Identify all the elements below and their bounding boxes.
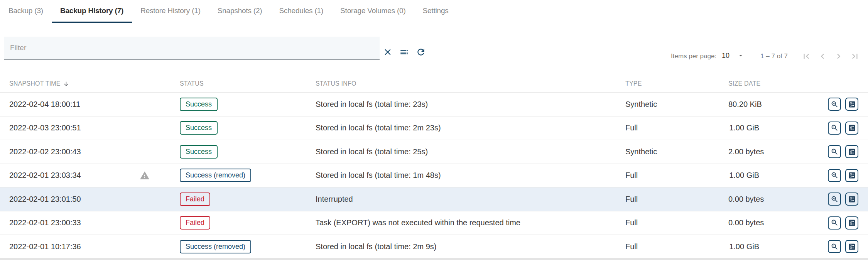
warning-cell — [137, 147, 180, 157]
column-header-size-date[interactable]: SIZE DATE — [728, 80, 759, 87]
status-info-cell: Stored in local fs (total time: 1m 48s) — [316, 171, 625, 180]
column-header-type[interactable]: TYPE — [625, 80, 728, 87]
report-icon — [848, 219, 856, 227]
report-icon — [848, 195, 856, 203]
sort-descending-icon — [63, 81, 69, 87]
clear-filter-button[interactable] — [382, 46, 393, 58]
row-actions-cell — [759, 98, 868, 111]
preview-backup-button[interactable] — [828, 216, 841, 230]
type-cell: Full — [625, 171, 728, 180]
type-cell: Full — [625, 195, 728, 204]
type-cell: Full — [625, 123, 728, 132]
table-row[interactable]: 2022-02-01 23:03:34 Success (removed) St… — [0, 164, 868, 188]
tab-storage-volumes-0[interactable]: Storage Volumes (0) — [332, 0, 414, 23]
table-toolbar — [382, 46, 427, 58]
column-header-snapshot-time[interactable]: SNAPSHOT TIME — [0, 80, 137, 87]
table-row[interactable]: 2022-02-02 23:00:43 Success Stored in lo… — [0, 140, 868, 164]
snapshot-time-cell: 2022-02-01 23:00:33 — [0, 218, 137, 227]
status-info-cell: Interrupted — [316, 195, 625, 204]
status-info-cell: Stored in local fs (total time: 25s) — [316, 147, 625, 156]
tab-label: Restore History (1) — [140, 7, 201, 15]
close-icon — [383, 47, 393, 57]
next-page-button[interactable] — [833, 51, 844, 62]
preview-backup-button[interactable] — [828, 98, 841, 111]
last-page-button[interactable] — [849, 51, 860, 62]
report-button[interactable] — [845, 169, 858, 182]
warning-cell — [137, 241, 180, 252]
status-cell: Success — [180, 121, 316, 135]
tab-backup-history-7[interactable]: Backup History (7) — [52, 0, 132, 23]
size-cell: 2.00 bytes — [728, 147, 759, 156]
chevron-left-icon — [817, 51, 827, 61]
filter-input[interactable] — [4, 37, 380, 60]
status-info-cell: Stored in local fs (total time: 2m 9s) — [316, 242, 625, 251]
report-button[interactable] — [845, 240, 858, 253]
status-badge: Success — [180, 98, 218, 111]
page-nav — [801, 51, 860, 62]
tab-settings[interactable]: Settings — [414, 0, 457, 23]
page-size-select[interactable]: 10 — [720, 51, 745, 62]
preview-backup-button[interactable] — [828, 240, 841, 253]
refresh-button[interactable] — [415, 46, 427, 58]
report-button[interactable] — [845, 145, 858, 158]
tab-snapshots-2[interactable]: Snapshots (2) — [209, 0, 271, 23]
tab-restore-history-1[interactable]: Restore History (1) — [132, 0, 209, 23]
magnifier-plus-icon — [831, 100, 839, 108]
status-cell: Failed — [180, 192, 316, 206]
tab-backup-3[interactable]: Backup (3) — [0, 0, 52, 23]
size-cell: 0.00 bytes — [728, 195, 759, 204]
report-button[interactable] — [845, 192, 858, 206]
preview-backup-button[interactable] — [828, 122, 841, 135]
table-row[interactable]: 2022-02-01 23:01:50 Failed Interrupted F… — [0, 187, 868, 211]
snapshot-time-cell: 2022-02-01 23:03:34 — [0, 171, 137, 180]
tab-label: Schedules (1) — [279, 7, 323, 15]
column-header-status-info[interactable]: STATUS INFO — [316, 80, 625, 87]
size-cell: 80.20 KiB — [728, 100, 759, 109]
preview-backup-button[interactable] — [828, 145, 841, 158]
table-row[interactable]: 2022-02-03 23:00:51 Success Stored in lo… — [0, 116, 868, 140]
table-row[interactable]: 2022-02-01 10:17:36 Success (removed) St… — [0, 235, 868, 259]
snapshot-time-cell: 2022-02-02 23:00:43 — [0, 147, 137, 156]
warning-icon — [140, 171, 150, 181]
table-row[interactable]: 2022-02-01 23:00:33 Failed Task (EXPORT)… — [0, 211, 868, 235]
warning-cell — [137, 123, 180, 133]
size-cell: 1.00 GiB — [728, 242, 759, 251]
paginator: Items per page: 10 1 – 7 of 7 — [671, 49, 860, 64]
backup-history-table: SNAPSHOT TIME STATUS STATUS INFO TYPE SI… — [0, 75, 868, 259]
magnifier-plus-icon — [831, 171, 839, 179]
tab-schedules-1[interactable]: Schedules (1) — [270, 0, 332, 23]
status-cell: Success (removed) — [180, 169, 316, 182]
items-per-page-label: Items per page: — [671, 52, 716, 60]
tab-label: Backup History (7) — [60, 7, 123, 15]
preview-backup-button[interactable] — [828, 169, 841, 182]
snapshot-time-cell: 2022-02-03 23:00:51 — [0, 123, 137, 132]
warning-cell — [137, 218, 180, 228]
status-cell: Success — [180, 98, 316, 111]
type-cell: Full — [625, 218, 728, 227]
status-badge: Failed — [180, 192, 210, 206]
report-button[interactable] — [845, 98, 858, 111]
row-actions-cell — [759, 145, 868, 158]
magnifier-plus-icon — [831, 243, 839, 251]
row-actions-cell — [759, 240, 868, 253]
backup-history-page: Backup (3) Backup History (7) Restore Hi… — [0, 0, 868, 260]
report-icon — [848, 171, 856, 179]
first-page-button[interactable] — [801, 51, 812, 62]
page-size-value: 10 — [722, 52, 730, 60]
columns-button[interactable] — [399, 46, 410, 58]
first-page-icon — [801, 51, 811, 61]
status-badge: Success (removed) — [180, 240, 251, 253]
status-badge: Success — [180, 121, 218, 135]
report-button[interactable] — [845, 216, 858, 230]
type-cell: Full — [625, 242, 728, 251]
report-button[interactable] — [845, 122, 858, 135]
magnifier-plus-icon — [831, 219, 839, 227]
column-header-status[interactable]: STATUS — [180, 80, 316, 87]
previous-page-button[interactable] — [817, 51, 828, 62]
preview-backup-button[interactable] — [828, 192, 841, 206]
table-row[interactable]: 2022-02-04 18:00:11 Success Stored in lo… — [0, 93, 868, 116]
warning-cell — [137, 194, 180, 204]
page-range-label: 1 – 7 of 7 — [760, 52, 788, 60]
table-header: SNAPSHOT TIME STATUS STATUS INFO TYPE SI… — [0, 75, 868, 93]
tab-label: Snapshots (2) — [218, 7, 262, 15]
